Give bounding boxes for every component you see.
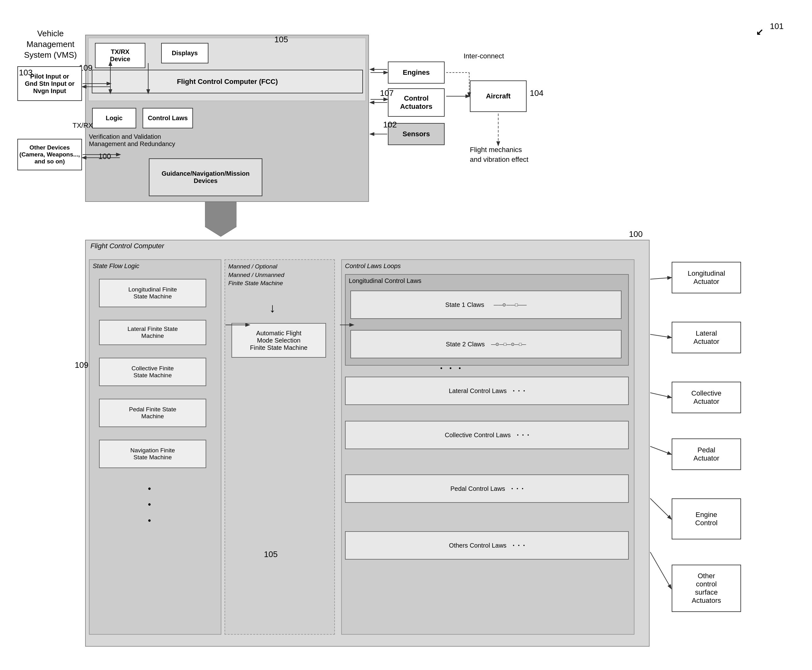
other-surface-actuators-box: OthercontrolsurfaceActuators — [672, 565, 741, 612]
ref-109-bot: 109 — [75, 360, 88, 370]
ref-101: 101 — [770, 22, 783, 31]
state-flow-label: State Flow Logic — [93, 262, 139, 270]
arrow-to-auto: ↓ — [269, 301, 275, 315]
long-cl-inner-box: Longitudinal Control Laws State 1 Claws … — [345, 274, 629, 365]
svg-line-23 — [650, 552, 671, 588]
aircraft-box: Aircraft — [470, 80, 527, 112]
ref-102: 102 — [383, 120, 397, 130]
fcc-box: Flight Control Computer (FCC) — [92, 70, 363, 93]
long-cl-label: Longitudinal Control Laws — [349, 277, 421, 284]
down-arrow-big — [205, 202, 236, 238]
longitudinal-actuator-box: LongitudinalActuator — [672, 262, 741, 293]
lateral-actuator-box: LateralActuator — [672, 322, 741, 353]
ref-103: 103 — [19, 68, 32, 78]
others-cl-box: Others Control Laws • • • — [345, 531, 629, 560]
ref-104: 104 — [530, 88, 544, 98]
ref-100-bot: 100 — [629, 229, 643, 239]
collective-fsm-box: Collective FiniteState Machine — [99, 358, 206, 386]
guidance-box: Guidance/Navigation/MissionDevices — [149, 158, 262, 196]
pedal-cl-box: Pedal Control Laws • • • — [345, 474, 629, 503]
svg-line-21 — [650, 447, 671, 454]
dots-state-flow: ••• — [148, 481, 151, 528]
interconnect-label: Inter-connect — [464, 52, 504, 60]
bottom-outer-box: Flight Control Computer 100 State Flow L… — [85, 240, 650, 647]
svg-line-22 — [650, 498, 671, 519]
diagram-container: 101 ↙ Vehicle ManagementSystem (VMS) TX/… — [0, 0, 812, 670]
svg-line-18 — [650, 277, 671, 279]
control-laws-box: Control Laws — [142, 108, 193, 129]
pedal-fsm-box: Pedal Finite StateMachine — [99, 399, 206, 427]
control-actuators-box: ControlActuators — [388, 88, 445, 117]
txrx-label: TX/RX — [73, 122, 93, 130]
collective-actuator-box: CollectiveActuator — [672, 382, 741, 413]
state-flow-box: State Flow Logic Longitudinal FiniteStat… — [89, 259, 221, 634]
displays-box: Displays — [161, 43, 208, 63]
lateral-fsm-box: Lateral Finite StateMachine — [99, 320, 206, 345]
auto-flight-box: Automatic FlightMode SelectionFinite Sta… — [231, 323, 326, 358]
vv-label: Verification and ValidationManagement an… — [89, 133, 209, 148]
lateral-cl-box: Lateral Control Laws • • • — [345, 377, 629, 405]
pedal-actuator-box: PedalActuator — [672, 438, 741, 470]
ref-105-top: 105 — [274, 35, 288, 44]
flight-mech-label: Flight mechanicsand vibration effect — [470, 145, 528, 165]
arrow-101: ↙ — [756, 27, 763, 37]
txrx-device-box: TX/RXDevice — [95, 43, 145, 68]
other-devices-box: Other Devices(Camera, Weapons..., and so… — [17, 139, 82, 170]
longitudinal-fsm-box: Longitudinal FiniteState Machine — [99, 279, 206, 307]
engine-control-box: EngineControl — [672, 498, 741, 540]
collective-cl-box: Collective Control Laws • • • — [345, 421, 629, 449]
navigation-fsm-box: Navigation FiniteState Machine — [99, 440, 206, 468]
ref-107: 107 — [380, 88, 393, 98]
svg-line-20 — [650, 393, 671, 398]
control-laws-loops-box: Control Laws Loops Longitudinal Control … — [341, 259, 635, 634]
svg-line-19 — [650, 334, 671, 338]
ref-105-bot: 105 — [264, 550, 277, 559]
engines-box: Engines — [388, 61, 445, 84]
manned-unmanned-label: Manned / OptionalManned / UnmannedFinite… — [228, 262, 284, 288]
state2-claws-box: State 2 Claws —⊙—□—⊙—□— — [350, 330, 621, 358]
fcc-inner-top: TX/RXDevice Displays Flight Control Comp… — [88, 38, 366, 101]
vms-label: Vehicle ManagementSystem (VMS) — [19, 29, 82, 60]
state1-claws-box: State 1 Claws ——⊙——□—— — [350, 291, 621, 319]
svg-marker-0 — [205, 202, 236, 237]
ref-100-top: 100 — [98, 152, 111, 161]
manned-unmanned-box: Manned / OptionalManned / UnmannedFinite… — [225, 259, 335, 634]
logic-box: Logic — [92, 108, 136, 129]
fcc-bottom-label: Flight Control Computer — [91, 242, 164, 250]
control-laws-loops-label: Control Laws Loops — [345, 262, 401, 270]
dots-long: • • • — [440, 365, 461, 372]
fcc-outer-box: TX/RXDevice Displays Flight Control Comp… — [85, 35, 369, 202]
